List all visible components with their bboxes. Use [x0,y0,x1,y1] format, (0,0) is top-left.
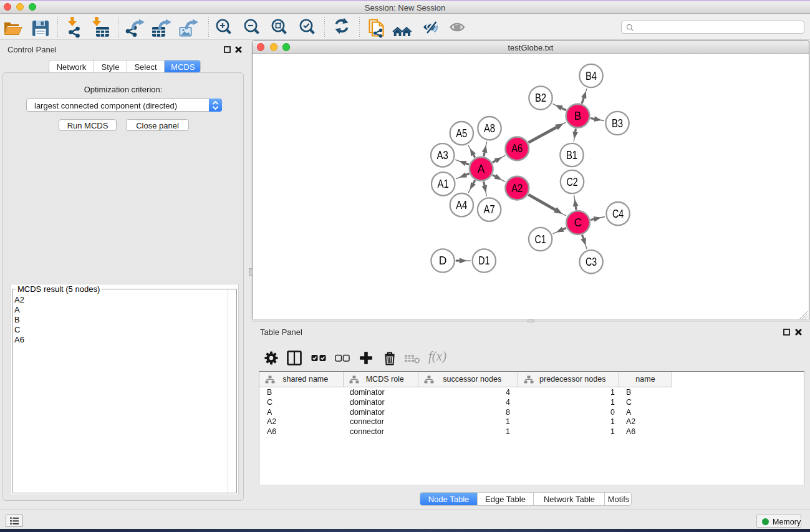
svg-text:A6: A6 [511,142,523,155]
svg-text:B3: B3 [612,117,623,130]
svg-text:A8: A8 [484,122,495,135]
svg-text:D: D [439,254,447,267]
svg-text:A4: A4 [456,199,467,211]
svg-text:C2: C2 [566,176,577,188]
svg-text:A: A [478,163,485,175]
svg-text:A1: A1 [438,178,449,190]
svg-text:C3: C3 [586,256,597,268]
svg-text:A5: A5 [456,127,467,140]
svg-text:A2: A2 [511,182,523,195]
svg-text:A7: A7 [484,203,495,216]
svg-text:B2: B2 [535,92,546,104]
svg-text:C4: C4 [612,208,624,220]
svg-text:D1: D1 [478,254,489,267]
svg-text:A3: A3 [437,149,448,162]
svg-text:B1: B1 [566,149,577,162]
svg-text:B: B [574,110,582,122]
svg-text:C: C [574,216,582,229]
svg-text:B4: B4 [586,70,597,82]
svg-text:C1: C1 [535,233,546,246]
